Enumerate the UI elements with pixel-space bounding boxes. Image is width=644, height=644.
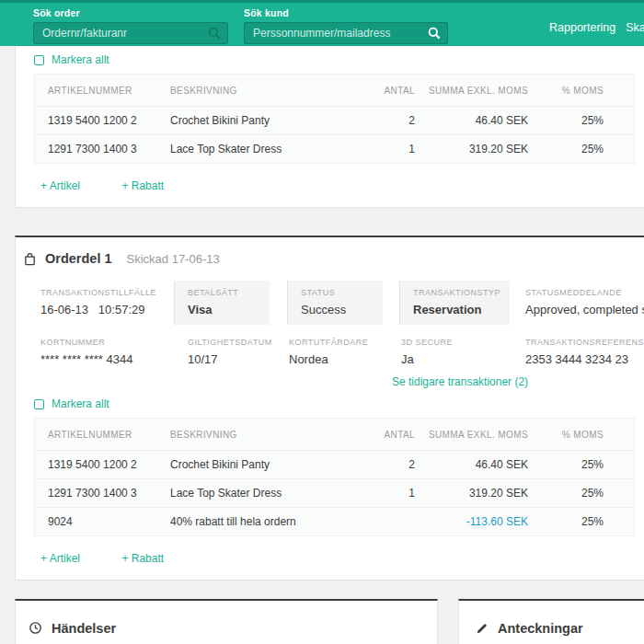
description: Lace Top Skater Dress xyxy=(170,487,360,500)
order-part-title: Orderdel 1 xyxy=(45,251,112,266)
quantity: 2 xyxy=(360,114,415,127)
col-summa: SUMMA EXKL. MOMS xyxy=(415,430,528,440)
col-antal: ANTAL xyxy=(360,430,415,440)
table-header-row: ARTIKELNUMMER BESKRIVNING ANTAL SUMMA EX… xyxy=(35,75,634,106)
transaction-fields-row2: KORTNUMMER **** **** **** 4344 GILTIGHET… xyxy=(16,338,644,366)
search-icon[interactable] xyxy=(207,26,222,40)
order-part-card: Orderdel 1 Skickad 17-06-13 TRANSAKTIONS… xyxy=(15,236,644,581)
col-antal: ANTAL xyxy=(360,86,415,96)
sum-excl-vat: 319.20 SEK xyxy=(415,143,528,155)
order-items-card: Markera allt ARTIKELNUMMER BESKRIVNING A… xyxy=(15,46,644,208)
vat-percent: 25% xyxy=(528,515,604,528)
article-number: 1291 7300 1400 3 xyxy=(48,487,170,500)
description: Lace Top Skater Dress xyxy=(170,143,360,155)
checkbox-icon[interactable] xyxy=(34,399,44,409)
bottom-cards-row: Händelser Anteckningar xyxy=(15,599,644,644)
order-search-input[interactable] xyxy=(33,22,228,44)
order-search-label: Sök order xyxy=(33,7,228,18)
field-kortnummer: KORTNUMMER **** **** **** 4344 xyxy=(40,338,188,366)
vat-percent: 25% xyxy=(528,458,604,471)
notes-card: Anteckningar xyxy=(458,599,644,644)
sum-excl-vat: 46.40 SEK xyxy=(415,114,528,127)
sum-excl-vat: 319.20 SEK xyxy=(415,487,528,500)
vat-percent: 25% xyxy=(528,143,604,155)
field-statusmeddelande: STATUSMEDDELANDE Approved, completed suc xyxy=(525,281,644,325)
article-number: 1319 5400 1200 2 xyxy=(48,114,170,127)
events-card: Händelser xyxy=(15,599,438,644)
field-3d-secure: 3D SECURE Ja xyxy=(401,338,525,366)
search-icon[interactable] xyxy=(427,26,442,40)
col-beskrivning: BESKRIVNING xyxy=(170,430,360,440)
col-summa: SUMMA EXKL. MOMS xyxy=(415,86,528,96)
table-row-discount: 9024 40% rabatt till hela ordern -113.60… xyxy=(35,507,634,535)
field-transaktionsreferens: TRANSAKTIONSREFERENS 2353 3444 3234 23 xyxy=(525,338,644,366)
col-artikelnummer: ARTIKELNUMMER xyxy=(48,430,170,440)
select-all-label[interactable]: Markera allt xyxy=(52,53,109,66)
col-beskrivning: BESKRIVNING xyxy=(170,86,360,96)
customer-search-group: Sök kund xyxy=(244,7,448,46)
article-number: 1291 7300 1400 3 xyxy=(48,143,170,155)
quantity: 1 xyxy=(360,143,415,155)
col-artikelnummer: ARTIKELNUMMER xyxy=(48,86,170,96)
add-links-row: + Artikel + Rabatt xyxy=(16,536,644,565)
shipped-date: Skickad 17-06-13 xyxy=(127,252,220,266)
description: 40% rabatt till hela ordern xyxy=(170,515,360,528)
order-search-box xyxy=(33,22,228,44)
table-row: 1319 5400 1200 2 Crochet Bikini Panty 2 … xyxy=(35,450,634,478)
col-moms: % MOMS xyxy=(528,430,604,440)
top-header: Sök order Sök kund Rapportering Ska xyxy=(0,0,644,46)
description: Crochet Bikini Panty xyxy=(170,114,360,127)
quantity: 2 xyxy=(360,458,415,471)
add-article-link[interactable]: + Artikel xyxy=(40,552,80,565)
add-links-row: + Artikel + Rabatt xyxy=(16,164,644,192)
checkbox-icon[interactable] xyxy=(34,55,44,65)
nav-rapportering[interactable]: Rapportering xyxy=(549,21,615,34)
table-header-row: ARTIKELNUMMER BESKRIVNING ANTAL SUMMA EX… xyxy=(35,419,634,450)
field-giltighetsdatum: GILTIGHETSDATUM 10/17 xyxy=(188,338,289,366)
select-all-checkbox-row[interactable]: Markera allt xyxy=(16,46,144,74)
description: Crochet Bikini Panty xyxy=(170,458,360,471)
clock-icon xyxy=(29,621,42,635)
field-kortutfardare: KORTUTFÄRDARE Nordea xyxy=(289,338,401,366)
order-search-group: Sök order xyxy=(33,7,228,46)
header-nav: Rapportering Ska xyxy=(549,6,644,49)
quantity: 1 xyxy=(360,487,415,500)
vat-percent: 25% xyxy=(528,114,604,127)
field-transaktionstillfalle: TRANSAKTIONSTILLFÄLLE 16-06-13 10:57:29 xyxy=(40,281,174,325)
select-all-label[interactable]: Markera allt xyxy=(52,397,109,410)
article-number: 1319 5400 1200 2 xyxy=(48,458,170,471)
add-article-link[interactable]: + Artikel xyxy=(40,179,80,192)
field-status: STATUS Success xyxy=(287,281,383,325)
events-title: Händelser xyxy=(52,621,116,636)
notes-title: Anteckningar xyxy=(498,621,583,636)
transaction-fields-row1: TRANSAKTIONSTILLFÄLLE 16-06-13 10:57:29 … xyxy=(16,281,644,325)
pencil-icon xyxy=(476,622,489,635)
table-row: 1319 5400 1200 2 Crochet Bikini Panty 2 … xyxy=(35,106,634,134)
customer-search-box xyxy=(244,22,448,44)
sum-excl-vat: 46.40 SEK xyxy=(415,458,528,471)
customer-search-input[interactable] xyxy=(244,22,448,44)
sum-excl-vat: -113.60 SEK xyxy=(415,515,528,528)
items-table: ARTIKELNUMMER BESKRIVNING ANTAL SUMMA EX… xyxy=(34,418,635,536)
previous-transactions-link[interactable]: Se tidigare transaktioner (2) xyxy=(392,375,644,388)
shopping-bag-icon xyxy=(23,252,37,266)
customer-search-label: Sök kund xyxy=(244,7,448,18)
nav-skapa-order[interactable]: Ska xyxy=(626,21,644,34)
add-discount-link[interactable]: + Rabatt xyxy=(121,179,164,192)
add-discount-link[interactable]: + Rabatt xyxy=(121,552,164,565)
field-transaktionstyp: TRANSAKTIONSTYP Reservation xyxy=(399,281,510,325)
col-moms: % MOMS xyxy=(528,86,604,96)
items-table: ARTIKELNUMMER BESKRIVNING ANTAL SUMMA EX… xyxy=(34,74,635,164)
article-number: 9024 xyxy=(48,515,170,528)
table-row: 1291 7300 1400 3 Lace Top Skater Dress 1… xyxy=(35,478,634,507)
table-row: 1291 7300 1400 3 Lace Top Skater Dress 1… xyxy=(35,134,634,163)
status-badge: Success xyxy=(301,303,370,316)
select-all-checkbox-row[interactable]: Markera allt xyxy=(16,390,144,418)
field-betalsatt: BETALSÄTT Visa xyxy=(174,281,270,325)
order-part-header: Orderdel 1 Skickad 17-06-13 xyxy=(16,237,644,275)
vat-percent: 25% xyxy=(528,487,604,500)
